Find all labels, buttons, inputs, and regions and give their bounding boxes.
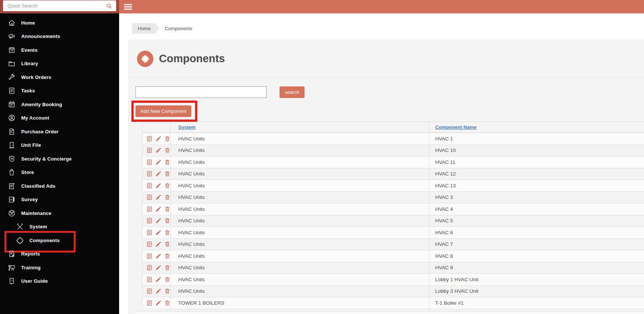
edit-icon[interactable] <box>155 218 162 224</box>
system-cell: HVAC Units <box>170 227 429 238</box>
edit-icon[interactable] <box>155 276 162 283</box>
details-icon[interactable] <box>146 136 153 142</box>
delete-icon[interactable] <box>164 147 170 153</box>
details-icon[interactable] <box>146 183 153 189</box>
column-header-system[interactable]: System <box>170 122 429 133</box>
sidebar-item-announcements[interactable]: Announcements <box>0 30 119 44</box>
table-row: HVAC Units HVAC 3 <box>143 192 644 204</box>
sidebar-item-security-concierge[interactable]: Security & Concierge <box>0 152 119 166</box>
unit-file-icon <box>7 141 16 149</box>
delete-icon[interactable] <box>164 159 170 165</box>
announcements-icon <box>7 32 16 41</box>
delete-icon[interactable] <box>164 300 170 306</box>
component-name-cell: HVAC 12 <box>429 168 644 180</box>
row-actions <box>143 156 170 168</box>
work-orders-icon <box>7 73 16 81</box>
details-icon[interactable] <box>146 300 153 306</box>
edit-icon[interactable] <box>155 194 162 200</box>
delete-icon[interactable] <box>164 276 170 283</box>
delete-icon[interactable] <box>164 171 170 177</box>
edit-icon[interactable] <box>155 229 162 236</box>
delete-icon[interactable] <box>164 218 170 224</box>
delete-icon[interactable] <box>164 288 170 294</box>
system-icon <box>16 223 24 231</box>
search-icon[interactable] <box>106 3 112 9</box>
search-button[interactable]: search <box>280 86 305 98</box>
sidebar-item-unit-file[interactable]: Unit File <box>0 139 119 152</box>
details-icon[interactable] <box>146 206 153 212</box>
edit-icon[interactable] <box>155 136 162 142</box>
sidebar-item-classified-ads[interactable]: Classified Ads <box>0 179 119 193</box>
component-name-cell: HVAC 7 <box>429 239 644 250</box>
details-icon[interactable] <box>146 241 153 247</box>
system-cell: HVAC Units <box>170 133 429 145</box>
sidebar-item-tasks[interactable]: Tasks <box>0 84 119 98</box>
delete-icon[interactable] <box>164 194 170 200</box>
edit-icon[interactable] <box>155 147 162 153</box>
system-cell: HVAC Units <box>170 262 429 274</box>
details-icon[interactable] <box>146 229 153 236</box>
delete-icon[interactable] <box>164 264 170 271</box>
table-row: TOWER 1 BOILERS T-1 Boiler #1 <box>143 297 644 309</box>
details-icon[interactable] <box>146 253 153 259</box>
sidebar-item-training[interactable]: Training <box>0 261 119 275</box>
sidebar-item-my-account[interactable]: My Account <box>0 111 119 125</box>
edit-icon[interactable] <box>155 206 162 212</box>
sidebar-item-home[interactable]: Home <box>0 16 119 30</box>
breadcrumb-home[interactable]: Home <box>132 23 160 34</box>
sidebar-item-survey[interactable]: Survey <box>0 193 119 207</box>
sidebar-item-reports[interactable]: Reports <box>0 247 119 261</box>
reports-icon <box>7 250 16 258</box>
delete-icon[interactable] <box>164 241 170 247</box>
table-search-input[interactable] <box>136 86 267 98</box>
sidebar-item-library[interactable]: Library <box>0 57 119 71</box>
sidebar-item-amenity-booking[interactable]: Amenity Booking <box>0 98 119 111</box>
security-icon <box>7 155 16 163</box>
edit-icon[interactable] <box>155 300 162 306</box>
edit-icon[interactable] <box>155 171 162 177</box>
component-name-cell: T-1 Boiler #1 <box>429 297 644 309</box>
add-new-component-button[interactable]: Add New Component <box>136 105 191 117</box>
row-actions <box>143 286 170 297</box>
system-cell: HVAC Units <box>170 168 429 180</box>
menu-icon[interactable] <box>124 4 132 10</box>
edit-icon[interactable] <box>155 183 162 189</box>
details-icon[interactable] <box>146 171 153 177</box>
sidebar-item-components[interactable]: Components <box>0 234 119 247</box>
delete-icon[interactable] <box>164 253 170 259</box>
system-cell: HVAC Units <box>170 145 429 156</box>
user-guide-icon: ? <box>7 277 16 285</box>
system-cell: HVAC Units <box>170 239 429 250</box>
component-name-cell: HVAC 11 <box>429 156 644 168</box>
details-icon[interactable] <box>146 288 153 294</box>
details-icon[interactable] <box>146 159 153 165</box>
edit-icon[interactable] <box>155 241 162 247</box>
sidebar-item-work-orders[interactable]: Work Orders <box>0 70 119 84</box>
purchase-order-icon: PO <box>7 127 16 136</box>
sidebar-item-purchase-order[interactable]: PO Purchase Order <box>0 125 119 139</box>
library-icon <box>7 60 16 68</box>
edit-icon[interactable] <box>155 264 162 271</box>
delete-icon[interactable] <box>164 183 170 189</box>
delete-icon[interactable] <box>164 229 170 236</box>
delete-icon[interactable] <box>164 136 170 142</box>
sidebar-item-maintenance[interactable]: Maintenance <box>0 206 119 220</box>
column-header-component-name[interactable]: Component Name <box>429 122 644 133</box>
edit-icon[interactable] <box>155 288 162 294</box>
details-icon[interactable] <box>146 264 153 271</box>
components-table: System Component Name <box>142 121 644 309</box>
events-icon: 24 <box>7 46 16 54</box>
puzzle-icon <box>137 51 153 67</box>
edit-icon[interactable] <box>155 253 162 259</box>
sidebar-item-store[interactable]: Store <box>0 166 119 180</box>
sidebar-item-system[interactable]: System <box>0 220 119 234</box>
details-icon[interactable] <box>146 194 153 200</box>
sidebar-item-events[interactable]: 24 Events <box>0 43 119 57</box>
details-icon[interactable] <box>146 276 153 283</box>
edit-icon[interactable] <box>155 159 162 165</box>
quick-search-input[interactable] <box>3 0 116 11</box>
details-icon[interactable] <box>146 147 153 153</box>
details-icon[interactable] <box>146 218 153 224</box>
sidebar-item-user-guide[interactable]: ? User Guide <box>0 275 119 288</box>
delete-icon[interactable] <box>164 206 170 212</box>
